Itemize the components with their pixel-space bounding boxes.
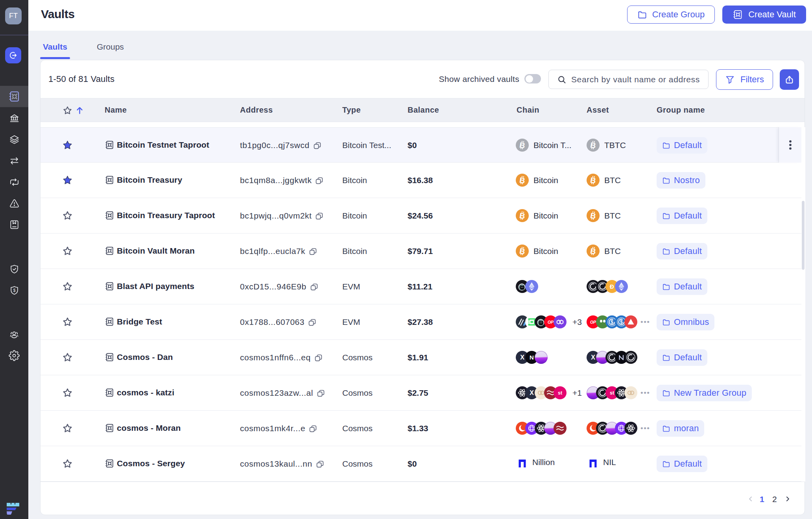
- svg-text:$: $: [13, 288, 15, 293]
